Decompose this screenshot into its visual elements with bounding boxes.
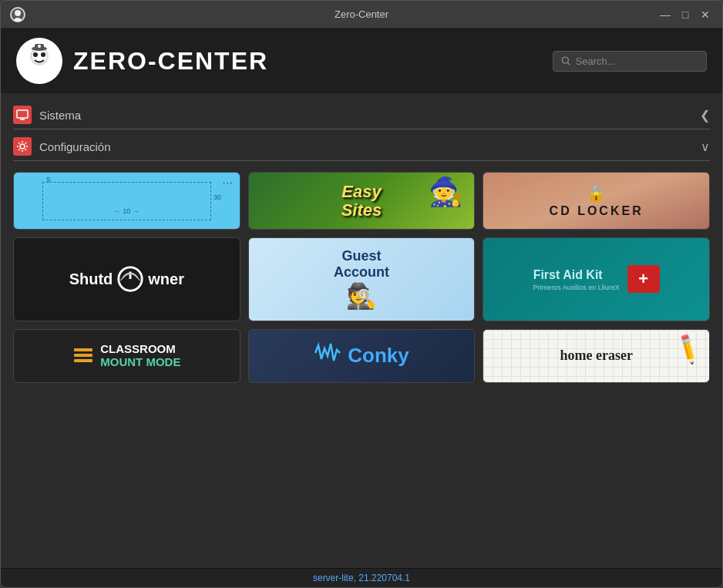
classroom-list-icon — [72, 345, 94, 367]
app-classroom[interactable]: CLASSROOM MOUNT MODE Classroom Mount Mod… — [13, 329, 240, 383]
svg-rect-19 — [74, 354, 92, 357]
thumb-cdlocker: 🔒 CD LOCKER — [483, 173, 709, 229]
thumb-conky: Conky — [249, 330, 475, 382]
svg-point-16 — [20, 144, 25, 149]
app-guest[interactable]: GuestAccount 🕵️ Gestor de cuenta de Invi… — [248, 237, 476, 321]
section-configuracion-chevron: ∨ — [701, 139, 710, 154]
minimize-button[interactable]: — — [657, 7, 673, 22]
search-icon — [561, 55, 571, 66]
thumb-guest: GuestAccount 🕵️ — [249, 238, 475, 320]
search-input[interactable] — [576, 55, 698, 67]
svg-point-7 — [41, 52, 45, 57]
section-configuracion[interactable]: Configuración ∨ — [13, 133, 710, 161]
guest-content: GuestAccount 🕵️ — [334, 248, 389, 311]
thumb-homeeraser: ✏️ home eraser — [483, 330, 709, 382]
app-title: ZERO-CENTER — [73, 47, 268, 76]
app-cdlocker-label: LliureX CDLocker — [483, 229, 709, 230]
app-icon — [10, 7, 25, 22]
app-header: ZERO-CENTER — [1, 29, 722, 93]
titlebar: Zero-Center — □ ✕ — [1, 1, 722, 29]
app-homeeraser-label: Home Eraser — [483, 382, 709, 383]
classroom-label-1: CLASSROOM — [100, 343, 180, 356]
thumb-easysites: EasySites 🧙 — [249, 173, 475, 229]
app-guest-label: Gestor de cuenta de Invitado — [249, 321, 475, 321]
app-selector[interactable]: ··· 5 30 ← 10 → Selector de aspecto de e… — [13, 172, 240, 230]
window-title: Zero-Center — [335, 8, 388, 20]
app-shutdowner-label: LliureX Shutdowner — [14, 321, 240, 321]
svg-point-11 — [562, 57, 568, 63]
logo-area: ZERO-CENTER — [16, 38, 268, 84]
shutdowner-text: Shutd wner — [69, 264, 184, 294]
thumb-firstaid: First Aid Kit Primeros Auxilios en Lliur… — [483, 238, 709, 320]
section-sistema-chevron: ❮ — [700, 108, 710, 123]
firstaid-box: + — [627, 265, 660, 293]
search-box[interactable] — [553, 51, 707, 72]
conky-wave-icon — [314, 339, 341, 372]
app-classroom-label: Classroom Mount Mode — [14, 382, 240, 383]
app-shutdowner[interactable]: Shutd wner LliureX Shutdowner — [13, 237, 240, 321]
content-area: Sistema ❮ Configuración ∨ ··· 5 — [1, 93, 722, 568]
guest-figure: 🕵️ — [334, 281, 389, 311]
svg-rect-18 — [74, 348, 92, 351]
thumb-selector: ··· 5 30 ← 10 → — [14, 173, 240, 229]
app-conky-label: Configurador del conky — [249, 382, 475, 383]
statusbar: server-lite, 21.220704.1 — [1, 568, 722, 587]
classroom-label-2: MOUNT MODE — [100, 356, 180, 369]
app-selector-label: Selector de aspecto de escrito... — [14, 229, 240, 230]
app-firstaid-label: First Aid Kit — [483, 321, 709, 321]
svg-rect-13 — [17, 110, 28, 118]
apps-grid: ··· 5 30 ← 10 → Selector de aspecto de e… — [13, 164, 710, 394]
main-window: Zero-Center — □ ✕ — [0, 0, 723, 588]
app-easysites-label: Creación de lugares Web — [249, 229, 475, 230]
close-button[interactable]: ✕ — [698, 7, 713, 22]
svg-point-10 — [38, 45, 41, 48]
sistema-icon — [13, 106, 32, 124]
lock-icon: 🔒 — [587, 184, 606, 203]
svg-line-12 — [568, 62, 570, 65]
easy-sites-text: EasySites — [341, 183, 382, 220]
thumb-classroom: CLASSROOM MOUNT MODE — [14, 330, 240, 382]
homeeraser-title: home eraser — [560, 348, 632, 364]
window-controls: — □ ✕ — [657, 7, 713, 22]
configuracion-icon — [13, 137, 32, 156]
guest-title: GuestAccount — [334, 248, 389, 281]
svg-point-6 — [33, 52, 38, 57]
wizard-icon: 🧙 — [429, 176, 463, 208]
logo-icon — [16, 38, 62, 84]
app-easysites[interactable]: EasySites 🧙 Creación de lugares Web — [248, 172, 476, 230]
maximize-button[interactable]: □ — [678, 7, 693, 22]
dot-menu: ··· — [223, 176, 234, 188]
app-conky[interactable]: Conky Configurador del conky — [248, 329, 476, 383]
conky-title: Conky — [348, 344, 409, 368]
firstaid-sub: Primeros Auxilios en LliureX — [533, 284, 620, 291]
app-firstaid[interactable]: First Aid Kit Primeros Auxilios en Lliur… — [483, 237, 710, 321]
section-sistema-label: Sistema — [39, 109, 692, 122]
thumb-shutdowner: Shutd wner — [14, 238, 240, 320]
statusbar-prefix: server-lite, 21.220704. — [313, 573, 405, 583]
section-configuracion-label: Configuración — [39, 140, 693, 153]
classroom-content: CLASSROOM MOUNT MODE — [72, 343, 180, 368]
app-cdlocker[interactable]: 🔒 CD LOCKER LliureX CDLocker — [483, 172, 710, 230]
section-sistema[interactable]: Sistema ❮ — [13, 101, 710, 129]
svg-rect-20 — [74, 359, 92, 362]
app-homeeraser[interactable]: ✏️ home eraser Home Eraser — [483, 329, 710, 383]
firstaid-title: First Aid Kit — [533, 267, 620, 284]
svg-point-1 — [15, 10, 21, 16]
power-icon — [116, 264, 145, 294]
cdlocker-content: 🔒 CD LOCKER — [550, 184, 644, 218]
statusbar-highlight: 1 — [405, 573, 410, 583]
cdlocker-text: CD LOCKER — [550, 204, 644, 218]
